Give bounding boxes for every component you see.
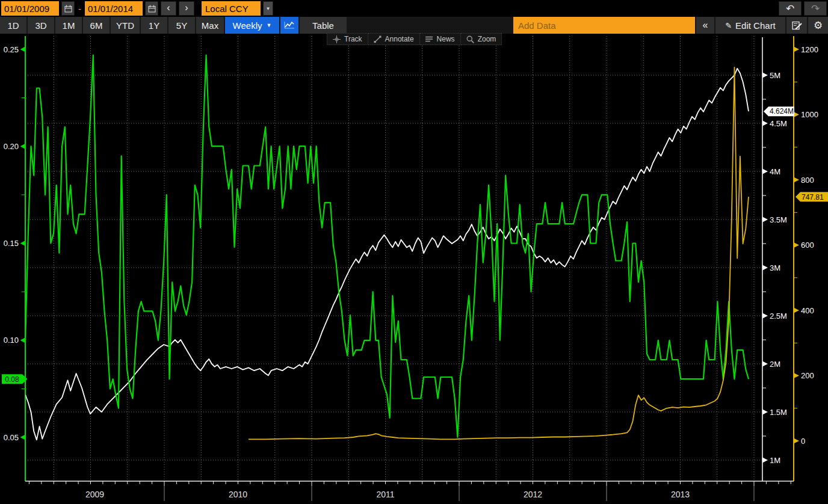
undo-button[interactable]: ↶ [779,1,802,16]
svg-text:200: 200 [801,371,814,380]
note-pencil-icon [792,21,802,30]
range-button-max[interactable]: Max [196,17,224,34]
svg-text:2M: 2M [770,360,780,369]
annotate-label: Annotate [385,35,414,43]
svg-text:2012: 2012 [524,490,542,499]
svg-text:2.5M: 2.5M [770,312,787,321]
svg-text:800: 800 [801,176,814,185]
zoom-button[interactable]: Zoom [461,33,502,45]
end-date-calendar-button[interactable] [145,1,158,16]
news-label: News [437,35,455,43]
range-button-ytd[interactable]: YTD [111,17,140,34]
redo-button[interactable]: ↷ [804,1,827,16]
range-button-6m[interactable]: 6M [83,17,110,34]
range-button-1d[interactable]: 1D [0,17,26,34]
currency-dropdown-arrow[interactable]: ▼ [263,1,273,16]
news-button[interactable]: News [420,33,461,45]
edit-chart-button[interactable]: ✎ Edit Chart [715,17,785,34]
svg-text:5M: 5M [770,71,780,80]
date-toolbar: 01/01/2009 - 01/01/2014 ‹ › Local CCY ▼ … [0,0,828,17]
chevron-down-icon: ▼ [266,22,271,28]
edit-chart-label: Edit Chart [735,20,776,31]
svg-text:2010: 2010 [229,490,247,499]
svg-text:1000: 1000 [801,110,818,119]
range-button-1y[interactable]: 1Y [141,17,167,34]
svg-text:3M: 3M [770,263,780,272]
calendar-icon [64,5,72,13]
series-group [25,55,749,440]
period-dropdown[interactable]: Weekly ▼ [225,17,279,34]
svg-text:0.15: 0.15 [4,239,19,248]
gear-icon: ⚙ [814,19,823,32]
svg-text:1200: 1200 [801,45,818,54]
right_outer-axis-labels: 020040060080010001200 [794,45,818,446]
calendar-icon [148,5,156,13]
track-label: Track [344,35,362,43]
pencil-icon: ✎ [725,21,732,30]
news-list-icon [425,36,433,43]
green-series-line [25,55,749,437]
collapse-panel-button[interactable]: « [696,17,714,34]
svg-text:0.05: 0.05 [4,433,19,442]
gold-series-line [249,67,749,440]
right_inner-axis-labels: 1M1.5M2M2.5M3M3.5M4M4.5M5M [762,71,787,465]
left-value-badge: 0.08 [2,374,28,384]
settings-button[interactable]: ⚙ [808,17,828,34]
svg-text:0.08: 0.08 [5,375,19,384]
end-date-input[interactable]: 01/01/2014 [85,1,143,16]
date-separator: - [78,4,81,14]
right_outer-value-badge: 747.81 [796,192,828,201]
zoom-label: Zoom [478,35,496,43]
toolbar-spacer [348,17,512,34]
svg-text:2011: 2011 [376,490,394,499]
main-toolbar: 1D 3D 1M 6M YTD 1Y 5Y Max Weekly ▼ Table… [0,17,828,34]
bloomberg-chart-app: 01/01/2009 - 01/01/2014 ‹ › Local CCY ▼ … [0,0,828,504]
x-axis-ticks [29,481,791,486]
range-button-3d[interactable]: 3D [28,17,54,34]
range-button-1m[interactable]: 1M [55,17,82,34]
period-label: Weekly [233,20,262,31]
table-button[interactable]: Table [300,17,347,34]
chart-type-button[interactable] [280,17,298,34]
annotate-line-icon [374,35,382,43]
svg-text:400: 400 [801,306,814,315]
svg-text:1.5M: 1.5M [770,408,787,417]
svg-text:600: 600 [801,241,814,250]
svg-text:0.10: 0.10 [4,336,19,345]
crosshair-icon [333,35,341,43]
svg-text:4M: 4M [770,167,780,176]
annotate-button[interactable]: Annotate [368,33,420,45]
svg-text:4.624M: 4.624M [770,107,794,115]
x-axis-year-labels: 20092010201120122013 [85,486,754,501]
svg-text:3.5M: 3.5M [770,215,787,224]
chart-annotation-settings-button[interactable] [786,17,807,34]
svg-text:0.25: 0.25 [4,45,19,54]
svg-text:2009: 2009 [85,490,104,499]
chart-tools: Track Annotate News Zoom [327,33,502,45]
svg-text:4.5M: 4.5M [770,119,787,128]
price-chart[interactable]: 200920102011201220130.050.100.150.200.25… [0,34,828,504]
svg-text:1M: 1M [770,456,780,465]
prev-range-button[interactable]: ‹ [161,1,176,16]
next-range-button[interactable]: › [179,1,194,16]
add-data-input[interactable] [513,17,695,34]
svg-text:0.20: 0.20 [4,142,19,151]
track-button[interactable]: Track [327,33,368,45]
magnifier-icon [466,35,474,43]
range-button-5y[interactable]: 5Y [168,17,195,34]
start-date-calendar-button[interactable] [61,1,75,16]
line-chart-icon [284,21,295,29]
svg-text:747.81: 747.81 [802,193,824,201]
svg-text:0: 0 [801,437,805,446]
gridlines [25,36,762,481]
chart-area: 200920102011201220130.050.100.150.200.25… [0,34,828,504]
right_inner-value-badge: 4.624M [764,106,794,116]
start-date-input[interactable]: 01/01/2009 [1,1,59,16]
currency-select[interactable]: Local CCY [202,1,261,16]
svg-text:2013: 2013 [671,490,690,499]
